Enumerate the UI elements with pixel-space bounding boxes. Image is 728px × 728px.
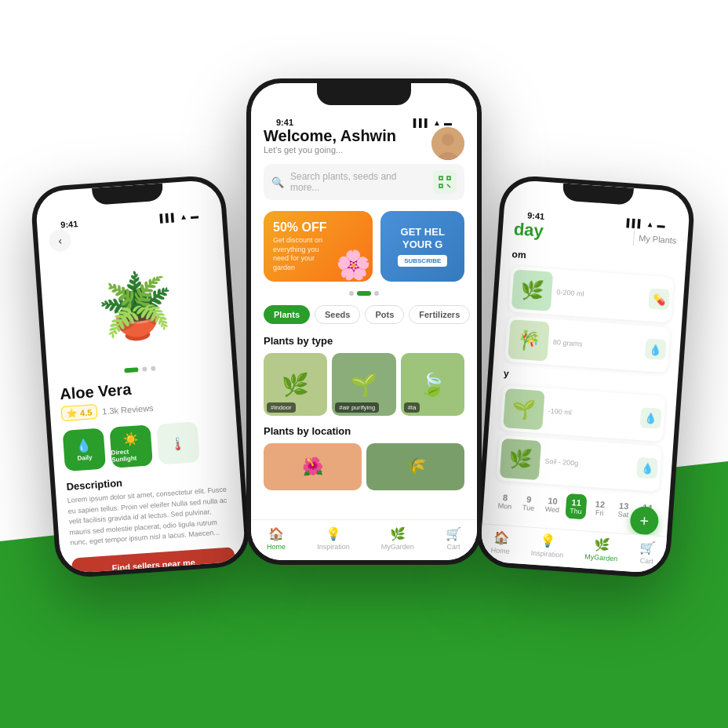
discount-banner[interactable]: 50% OFF Get discount on everything you n… — [264, 211, 373, 282]
search-icon: 🔍 — [271, 177, 284, 188]
right-inspiration-icon: 💡 — [540, 533, 556, 549]
right-battery-icon: ▬ — [657, 220, 665, 229]
nav-cart-label: Cart — [446, 543, 460, 551]
carousel-dot-2 — [357, 291, 371, 296]
right-phone: 9:41 ▌▌▌ ▲ ▬ day My Plants om 🌿 — [475, 174, 696, 579]
right-nav-mygarden[interactable]: 🌿 MyGarden — [584, 537, 619, 563]
fertilize-action-1[interactable]: 💧 — [640, 407, 662, 429]
nav-home-label: Home — [267, 543, 286, 551]
left-phone: 9:41 ▌▌▌ ▲ ▬ ‹ 🪴 Aloe Vera — [30, 174, 251, 579]
right-phone-content: 9:41 ▌▌▌ ▲ ▬ day My Plants om 🌿 — [483, 179, 691, 525]
water-plant-1-thumb: 🌿 — [511, 269, 553, 311]
water-plant-2-amount: 80 grams — [553, 338, 641, 352]
tab-seeds[interactable]: Seeds — [315, 305, 360, 324]
left-phone-content: 9:41 ▌▌▌ ▲ ▬ ‹ 🪴 Aloe Vera — [35, 179, 246, 573]
svg-rect-3 — [439, 177, 442, 180]
help-banner[interactable]: GET HEL YOUR G SUBSCRIBE — [380, 211, 464, 282]
cal-day-wed: 10 Wed — [541, 492, 563, 519]
my-plants-link[interactable]: My Plants — [639, 233, 677, 245]
nav-inspiration-label: Inspiration — [317, 543, 350, 551]
right-nav-inspiration-label: Inspiration — [530, 549, 563, 559]
center-wifi-icon: ▲ — [433, 118, 441, 127]
fertilize-plant-1-thumb: 🌱 — [503, 388, 544, 430]
dot-2 — [142, 366, 147, 371]
water-drop-icon: 💧 — [75, 438, 92, 453]
nav-mygarden[interactable]: 🌿 MyGarden — [381, 526, 414, 551]
banner-figure: 🌸 — [336, 249, 371, 282]
right-phone-screen: 9:41 ▌▌▌ ▲ ▬ day My Plants om 🌿 — [479, 179, 690, 573]
cal-day-thu[interactable]: 11 Thu — [565, 493, 587, 520]
care-sunlight: ☀️ Direct Sunlight — [109, 424, 153, 468]
right-garden-icon: 🌿 — [594, 537, 610, 552]
subscribe-button[interactable]: SUBSCRIBE — [398, 255, 447, 267]
fertilize-plant-1-amount: -100 ml — [548, 407, 635, 421]
center-bottom-nav: 🏠 Home 💡 Inspiration 🌿 MyGarden 🛒 Cart — [251, 519, 477, 560]
battery-icon: ▬ — [190, 211, 198, 220]
plant-card-low[interactable]: 🍃 #la — [401, 353, 464, 416]
home-icon: 🏠 — [268, 526, 284, 541]
description-text: Lorem ipsum dolor sit amet, consectetur … — [67, 484, 233, 548]
fertilize-plant-2-info: Soil - 200g — [544, 457, 632, 471]
care-sunlight-label: Direct Sunlight — [111, 446, 152, 464]
right-nav-cart[interactable]: 🛒 Cart — [639, 540, 656, 565]
care-daily: 💧 Daily — [63, 428, 107, 471]
nav-cart[interactable]: 🛒 Cart — [446, 526, 461, 551]
nav-inspiration[interactable]: 💡 Inspiration — [317, 526, 350, 551]
water-action-2[interactable]: 💧 — [645, 338, 667, 360]
center-status-icons: ▌▌▌ ▲ ▬ — [413, 118, 452, 127]
fertilize-action-2[interactable]: 💧 — [636, 457, 658, 479]
signal-icon: ▌▌▌ — [159, 213, 177, 222]
dot-1 — [124, 367, 138, 373]
water-plant-2-info: 80 grams — [553, 338, 641, 352]
welcome-subtitle: Let's get you going... — [264, 145, 396, 155]
cal-day-mon: 8 Mon — [494, 488, 516, 515]
right-nav-mygarden-label: MyGarden — [584, 553, 618, 563]
right-nav-home[interactable]: 🏠 Home — [490, 530, 511, 555]
discount-desc: Get discount on everything you need for … — [273, 236, 328, 273]
header-divider — [633, 230, 635, 246]
center-status-time: 9:41 — [276, 118, 293, 127]
location-card-1[interactable]: 🌺 — [264, 443, 362, 490]
care-daily-label: Daily — [77, 454, 93, 462]
nav-home[interactable]: 🏠 Home — [267, 526, 286, 551]
fertilize-plant-2-amount: Soil - 200g — [544, 457, 632, 471]
scan-button[interactable] — [433, 170, 457, 194]
plants-by-location-title: Plants by location — [264, 425, 464, 437]
plant-card-indoor[interactable]: 🌿 #indoor — [264, 353, 327, 416]
water-plant-1-info: 0-200 ml — [556, 288, 644, 302]
welcome-title: Welcome, Ashwin — [264, 127, 396, 145]
location-card-2[interactable]: 🌾 — [366, 443, 464, 490]
plant-hero-image: 🪴 — [50, 246, 220, 366]
cal-label-mon: Mon — [494, 501, 515, 511]
carousel-dot-3 — [374, 291, 379, 296]
left-status-time: 9:41 — [60, 219, 78, 230]
right-nav-inspiration[interactable]: 💡 Inspiration — [530, 533, 565, 559]
water-action-1[interactable]: 💊 — [648, 288, 670, 310]
avatar — [431, 127, 464, 160]
tab-fertilizers[interactable]: Fertilizers — [409, 305, 470, 324]
plant-card-air[interactable]: 🌱 #air purifying — [332, 353, 395, 416]
category-tabs: Plants Seeds Pots Fertilizers — [264, 305, 464, 324]
back-button[interactable]: ‹ — [49, 229, 72, 253]
welcome-row: Welcome, Ashwin Let's get you going... — [264, 127, 464, 162]
tab-pots[interactable]: Pots — [365, 305, 404, 324]
center-battery-icon: ▬ — [444, 118, 452, 127]
cal-label-wed: Wed — [541, 505, 562, 515]
rating-badge: ⭐ 4.5 — [60, 404, 98, 421]
review-count: 1.3k Reviews — [102, 402, 154, 416]
fertilize-plant-2-thumb: 🌿 — [500, 439, 541, 480]
tab-plants[interactable]: Plants — [264, 305, 310, 324]
care-icons-row: 💧 Daily ☀️ Direct Sunlight 🌡️ — [63, 420, 228, 471]
inspiration-icon: 💡 — [326, 526, 341, 541]
water-plant-1: 🌿 0-200 ml 💊 — [508, 266, 675, 322]
center-signal-icon: ▌▌▌ — [413, 118, 430, 127]
plants-by-type-grid: 🌿 #indoor 🌱 #air purifying 🍃 #la — [264, 353, 464, 416]
cart-icon: 🛒 — [446, 526, 461, 541]
rating-value: 4.5 — [80, 407, 93, 417]
search-placeholder: Search plants, seeds and more... — [290, 171, 427, 193]
fertilize-plant-1-info: -100 ml — [548, 407, 635, 421]
banners-row: 50% OFF Get discount on everything you n… — [264, 211, 464, 282]
search-bar[interactable]: 🔍 Search plants, seeds and more... — [264, 164, 464, 200]
avatar-image — [431, 127, 464, 160]
star-icon: ⭐ — [67, 408, 78, 419]
